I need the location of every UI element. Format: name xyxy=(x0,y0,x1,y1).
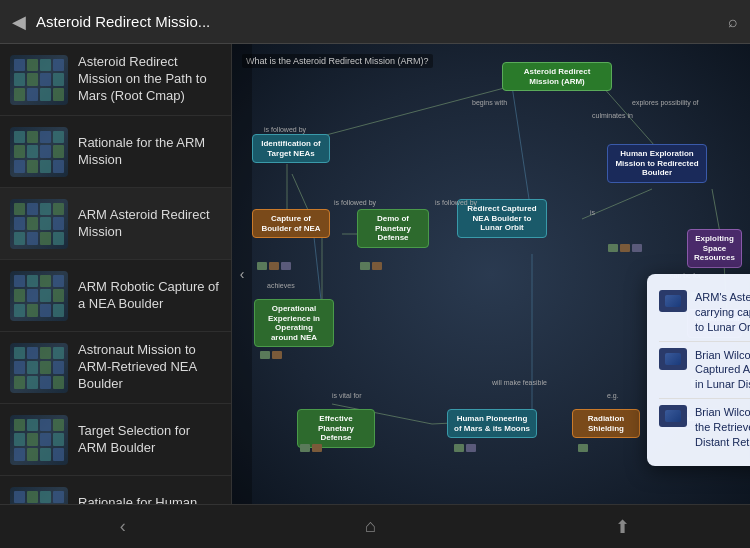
map-top-label: What is the Asteroid Redirect Mission (A… xyxy=(242,54,433,68)
sidebar-thumb-4 xyxy=(10,271,68,321)
node-badges-demo xyxy=(360,262,382,270)
nav-home-button[interactable]: ⌂ xyxy=(349,508,392,545)
sidebar-toggle[interactable]: ‹ xyxy=(232,44,252,504)
sidebar-label-5: Astronaut Mission to ARM-Retrieved NEA B… xyxy=(78,342,221,393)
sidebar-thumb-1 xyxy=(10,55,68,105)
node-badges-arm-badge xyxy=(608,244,642,252)
node-badges-ops xyxy=(260,351,282,359)
sidebar-label-2: Rationale for the ARM Mission xyxy=(78,135,221,169)
sidebar-item-1[interactable]: Asteroid Redirect Mission on the Path to… xyxy=(0,44,231,116)
popup-item-3[interactable]: Brian Wilcox explains why place the Retr… xyxy=(659,399,750,456)
connector-label-5: culminates in xyxy=(592,112,633,119)
sidebar-label-1: Asteroid Redirect Mission on the Path to… xyxy=(78,54,221,105)
node-exploiting[interactable]: Exploiting Space Resources xyxy=(687,229,742,268)
node-human-pioneering[interactable]: Human Pioneering of Mars & its Moons xyxy=(447,409,537,438)
main-content: Asteroid Redirect Mission on the Path to… xyxy=(0,44,750,504)
app-header: ◀ Asteroid Redirect Missio... ⌕ xyxy=(0,0,750,44)
nav-back-button[interactable]: ‹ xyxy=(104,508,142,545)
node-identification[interactable]: Identification of Target NEAs xyxy=(252,134,330,163)
node-arm[interactable]: Asteroid Redirect Mission (ARM) xyxy=(502,62,612,91)
node-badges-pioneering xyxy=(454,444,476,452)
sidebar-item-3[interactable]: ARM Asteroid Redirect Mission xyxy=(0,188,231,260)
bottom-bar: ‹ ⌂ ⬆ xyxy=(0,504,750,548)
sidebar-label-7: Rationale for Human Exploration of xyxy=(78,495,221,504)
connector-label-11: e.g. xyxy=(607,392,619,399)
popup-panel: ARM's Asteroid Redirect Vehicle carrying… xyxy=(647,274,750,466)
popup-thumb-1 xyxy=(659,290,687,312)
back-icon[interactable]: ◀ xyxy=(12,11,26,33)
sidebar-thumb-7 xyxy=(10,487,68,505)
node-radiation[interactable]: Radiation Shielding xyxy=(572,409,640,438)
sidebar-item-2[interactable]: Rationale for the ARM Mission xyxy=(0,116,231,188)
popup-text-3: Brian Wilcox explains why place the Retr… xyxy=(695,405,750,450)
connector-label-10: will make feasible xyxy=(492,379,547,386)
popup-text-1: ARM's Asteroid Redirect Vehicle carrying… xyxy=(695,290,750,335)
connector-label-3: is followed by xyxy=(435,199,477,206)
connector-label-7: is xyxy=(590,209,595,216)
sidebar-item-6[interactable]: Target Selection for ARM Boulder xyxy=(0,404,231,476)
nav-share-button[interactable]: ⬆ xyxy=(599,508,646,546)
sidebar-item-4[interactable]: ARM Robotic Capture of a NEA Boulder xyxy=(0,260,231,332)
sidebar: Asteroid Redirect Mission on the Path to… xyxy=(0,44,232,504)
sidebar-thumb-6 xyxy=(10,415,68,465)
content-area: What is the Asteroid Redirect Mission (A… xyxy=(232,44,750,504)
node-effective[interactable]: Effective Planetary Defense xyxy=(297,409,375,448)
node-operations[interactable]: Operational Experience in Operating arou… xyxy=(254,299,334,347)
popup-thumb-2 xyxy=(659,348,687,370)
sidebar-item-7[interactable]: Rationale for Human Exploration of xyxy=(0,476,231,504)
header-title: Asteroid Redirect Missio... xyxy=(36,13,718,30)
node-badges-capture xyxy=(257,262,291,270)
connector-label-9: is vital for xyxy=(332,392,362,399)
sidebar-label-3: ARM Asteroid Redirect Mission xyxy=(78,207,221,241)
connector-label-6: explores possibility of xyxy=(632,99,699,106)
sidebar-thumb-2 xyxy=(10,127,68,177)
search-icon[interactable]: ⌕ xyxy=(728,13,738,31)
connector-label-8: achieves xyxy=(267,282,295,289)
node-capture[interactable]: Capture of Boulder of NEA xyxy=(252,209,330,238)
connector-label-4: begins with xyxy=(472,99,507,106)
popup-thumb-3 xyxy=(659,405,687,427)
connector-label-2: is followed by xyxy=(334,199,376,206)
sidebar-label-6: Target Selection for ARM Boulder xyxy=(78,423,221,457)
sidebar-thumb-3 xyxy=(10,199,68,249)
node-badges-effective xyxy=(300,444,322,452)
popup-text-2: Brian Wilcox describes how the Captured … xyxy=(695,348,750,393)
sidebar-thumb-5 xyxy=(10,343,68,393)
node-demo-planetary[interactable]: Demo of Planetary Defense xyxy=(357,209,429,248)
sidebar-item-5[interactable]: Astronaut Mission to ARM-Retrieved NEA B… xyxy=(0,332,231,404)
connector-label-1: is followed by xyxy=(264,126,306,133)
popup-item-2[interactable]: Brian Wilcox describes how the Captured … xyxy=(659,342,750,400)
sidebar-label-4: ARM Robotic Capture of a NEA Boulder xyxy=(78,279,221,313)
node-human-exploration[interactable]: Human Exploration Mission to Redirected … xyxy=(607,144,707,183)
popup-item-1[interactable]: ARM's Asteroid Redirect Vehicle carrying… xyxy=(659,284,750,342)
node-badges-radiation xyxy=(578,444,588,452)
